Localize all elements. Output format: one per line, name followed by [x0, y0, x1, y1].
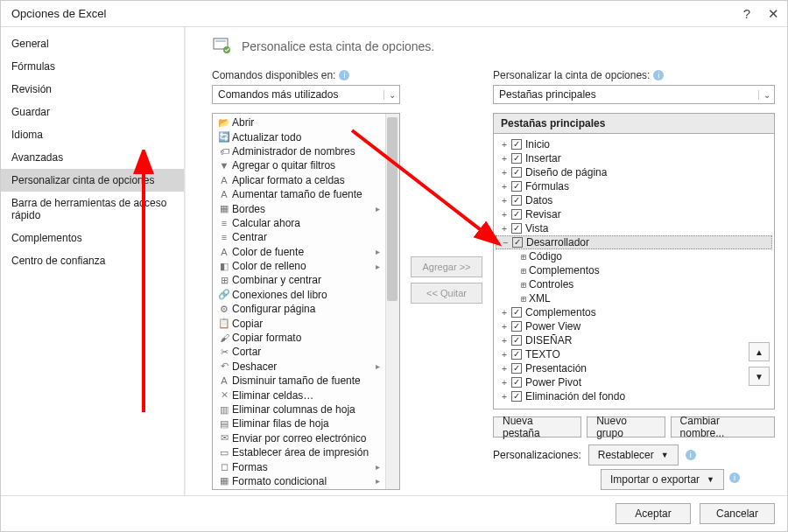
- expand-icon[interactable]: +: [499, 168, 510, 178]
- command-item[interactable]: ADisminuir tamaño de fuente: [213, 374, 399, 388]
- checkbox[interactable]: [512, 237, 523, 248]
- command-item[interactable]: 🖌Copiar formato: [213, 331, 399, 345]
- command-item[interactable]: ▭Establecer área de impresión: [213, 445, 399, 459]
- sidebar-item-6[interactable]: Personalizar cinta de opciones: [1, 169, 184, 192]
- ribbon-tab-item[interactable]: +Vista: [496, 221, 772, 235]
- command-item[interactable]: ↶Deshacer▸: [213, 360, 399, 374]
- expand-icon[interactable]: ⊞: [518, 252, 529, 262]
- command-item[interactable]: ▦Bordes▸: [213, 201, 399, 215]
- sidebar-item-2[interactable]: Revisión: [1, 78, 184, 101]
- ribbon-tab-item[interactable]: +Fórmulas: [496, 179, 772, 193]
- command-item[interactable]: ≡Calcular ahora: [213, 216, 399, 230]
- remove-button[interactable]: << Quitar: [411, 283, 482, 304]
- ribbon-tab-item[interactable]: −Desarrollador: [496, 235, 772, 249]
- expand-icon[interactable]: +: [499, 364, 510, 374]
- ribbon-group-item[interactable]: ⊞Controles: [496, 277, 772, 291]
- sidebar-item-3[interactable]: Guardar: [1, 101, 184, 123]
- ribbon-tab-item[interactable]: +Power Pivot: [496, 375, 772, 389]
- checkbox[interactable]: [511, 195, 522, 206]
- expand-icon[interactable]: ⊞: [518, 266, 529, 276]
- expand-icon[interactable]: +: [499, 350, 510, 360]
- scroll-thumb[interactable]: [387, 117, 398, 301]
- command-item[interactable]: ⚙Configurar página: [213, 302, 399, 316]
- ribbon-group-item[interactable]: ⊞Código: [496, 249, 772, 263]
- expand-icon[interactable]: +: [499, 224, 510, 234]
- ribbon-tab-item[interactable]: +Eliminación del fondo: [496, 389, 772, 403]
- import-export-button[interactable]: Importar o exportar▼: [601, 469, 724, 490]
- checkbox[interactable]: [511, 153, 522, 164]
- command-item[interactable]: ✉Enviar por correo electrónico: [213, 431, 399, 445]
- command-item[interactable]: ▥Eliminar columnas de hoja: [213, 402, 399, 416]
- scrollbar[interactable]: [385, 114, 399, 489]
- ribbon-tab-item[interactable]: +Diseño de página: [496, 165, 772, 179]
- add-button[interactable]: Agregar >>: [411, 256, 482, 277]
- commands-from-select[interactable]: Comandos más utilizados ⌄: [212, 85, 400, 104]
- sidebar-item-8[interactable]: Complementos: [1, 227, 184, 249]
- ribbon-tab-item[interactable]: +Datos: [496, 193, 772, 207]
- checkbox[interactable]: [511, 167, 522, 178]
- expand-icon[interactable]: +: [499, 210, 510, 220]
- command-item[interactable]: ◧Color de relleno▸: [213, 259, 399, 273]
- commands-listbox[interactable]: 📂Abrir🔄Actualizar todo🏷Administrador de …: [212, 113, 400, 490]
- ribbon-scope-select[interactable]: Pestañas principales ⌄: [493, 85, 775, 104]
- command-item[interactable]: 📂Abrir: [213, 116, 399, 130]
- command-item[interactable]: ✂Cortar: [213, 345, 399, 359]
- expand-icon[interactable]: +: [499, 308, 510, 318]
- ribbon-tab-item[interactable]: +TEXTO: [496, 347, 772, 361]
- ribbon-tab-item[interactable]: +Revisar: [496, 207, 772, 221]
- cancel-button[interactable]: Cancelar: [700, 503, 775, 524]
- command-item[interactable]: ▼Agregar o quitar filtros: [213, 158, 399, 172]
- rename-button[interactable]: Cambiar nombre...: [671, 416, 775, 438]
- checkbox[interactable]: [511, 349, 522, 360]
- expand-icon[interactable]: +: [499, 378, 510, 388]
- sidebar-item-5[interactable]: Avanzadas: [1, 146, 184, 169]
- sidebar-item-9[interactable]: Centro de confianza: [1, 249, 184, 272]
- info-icon[interactable]: i: [339, 70, 349, 80]
- command-item[interactable]: 🏷Administrador de nombres: [213, 144, 399, 158]
- expand-icon[interactable]: +: [499, 336, 510, 346]
- checkbox[interactable]: [511, 139, 522, 150]
- command-item[interactable]: ▤Eliminar filas de hoja: [213, 416, 399, 430]
- checkbox[interactable]: [511, 391, 522, 402]
- expand-icon[interactable]: +: [499, 392, 510, 402]
- new-tab-button[interactable]: Nueva pestaña: [493, 416, 581, 438]
- checkbox[interactable]: [511, 363, 522, 374]
- reset-button[interactable]: Restablecer▼: [588, 444, 679, 466]
- command-item[interactable]: ≡Centrar: [213, 230, 399, 244]
- expand-icon[interactable]: +: [499, 322, 510, 332]
- ribbon-group-item[interactable]: ⊞XML: [496, 291, 772, 305]
- ribbon-tab-item[interactable]: +Inicio: [496, 137, 772, 151]
- command-item[interactable]: ▦Formato condicional▸: [213, 474, 399, 488]
- ribbon-tab-item[interactable]: +DISEÑAR: [496, 333, 772, 347]
- move-down-button[interactable]: ▼: [749, 367, 770, 386]
- command-item[interactable]: AFuenteI▾: [213, 488, 399, 490]
- command-item[interactable]: AAumentar tamaño de fuente: [213, 187, 399, 201]
- expand-icon[interactable]: ⊞: [518, 280, 529, 290]
- info-icon[interactable]: i: [686, 450, 696, 460]
- command-item[interactable]: ⨯Eliminar celdas…: [213, 388, 399, 402]
- sidebar-item-0[interactable]: General: [1, 32, 184, 55]
- command-item[interactable]: ◻Formas▸: [213, 459, 399, 473]
- checkbox[interactable]: [511, 223, 522, 234]
- info-icon[interactable]: i: [653, 70, 664, 80]
- command-item[interactable]: 📋Copiar: [213, 316, 399, 330]
- move-up-button[interactable]: ▲: [749, 342, 770, 361]
- expand-icon[interactable]: +: [499, 182, 510, 192]
- command-item[interactable]: AAplicar formato a celdas: [213, 173, 399, 187]
- checkbox[interactable]: [511, 181, 522, 192]
- ok-button[interactable]: Aceptar: [616, 503, 691, 524]
- command-item[interactable]: AColor de fuente▸: [213, 245, 399, 259]
- info-icon[interactable]: i: [729, 472, 740, 483]
- close-icon[interactable]: ✕: [766, 6, 780, 22]
- checkbox[interactable]: [511, 377, 522, 388]
- expand-icon[interactable]: +: [499, 140, 510, 150]
- checkbox[interactable]: [511, 307, 522, 318]
- ribbon-tab-item[interactable]: +Power View: [496, 319, 772, 333]
- sidebar-item-7[interactable]: Barra de herramientas de acceso rápido: [1, 192, 184, 227]
- command-item[interactable]: 🔄Actualizar todo: [213, 130, 399, 144]
- help-icon[interactable]: ?: [740, 6, 754, 22]
- expand-icon[interactable]: ⊞: [518, 294, 529, 304]
- ribbon-tree[interactable]: +Inicio+Insertar+Diseño de página+Fórmul…: [493, 133, 775, 410]
- ribbon-tab-item[interactable]: +Presentación: [496, 361, 772, 375]
- expand-icon[interactable]: +: [499, 154, 510, 164]
